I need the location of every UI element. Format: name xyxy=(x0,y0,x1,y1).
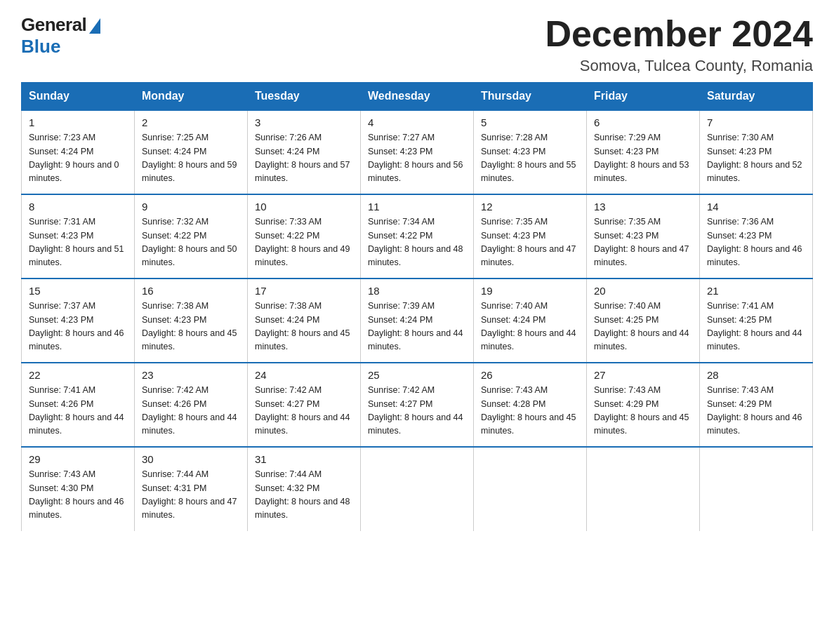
calendar-empty-cell xyxy=(361,447,474,531)
day-info: Sunrise: 7:38 AMSunset: 4:23 PMDaylight:… xyxy=(142,301,237,351)
calendar-day-cell: 30 Sunrise: 7:44 AMSunset: 4:31 PMDaylig… xyxy=(135,447,248,531)
calendar-day-cell: 13 Sunrise: 7:35 AMSunset: 4:23 PMDaylig… xyxy=(587,194,700,279)
calendar-day-cell: 10 Sunrise: 7:33 AMSunset: 4:22 PMDaylig… xyxy=(248,194,361,279)
calendar-day-cell: 4 Sunrise: 7:27 AMSunset: 4:23 PMDayligh… xyxy=(361,110,474,194)
calendar-header-thursday: Thursday xyxy=(474,83,587,111)
day-info: Sunrise: 7:26 AMSunset: 4:24 PMDaylight:… xyxy=(255,133,350,183)
day-number: 23 xyxy=(142,369,241,381)
day-info: Sunrise: 7:23 AMSunset: 4:24 PMDaylight:… xyxy=(29,133,119,183)
calendar-day-cell: 26 Sunrise: 7:43 AMSunset: 4:28 PMDaylig… xyxy=(474,363,587,447)
calendar-day-cell: 6 Sunrise: 7:29 AMSunset: 4:23 PMDayligh… xyxy=(587,110,700,194)
day-info: Sunrise: 7:38 AMSunset: 4:24 PMDaylight:… xyxy=(255,301,350,351)
calendar-header-saturday: Saturday xyxy=(700,83,813,111)
calendar-week-row: 15 Sunrise: 7:37 AMSunset: 4:23 PMDaylig… xyxy=(22,279,813,363)
calendar-day-cell: 11 Sunrise: 7:34 AMSunset: 4:22 PMDaylig… xyxy=(361,194,474,279)
calendar-day-cell: 18 Sunrise: 7:39 AMSunset: 4:24 PMDaylig… xyxy=(361,279,474,363)
day-info: Sunrise: 7:43 AMSunset: 4:30 PMDaylight:… xyxy=(29,469,124,520)
day-info: Sunrise: 7:34 AMSunset: 4:22 PMDaylight:… xyxy=(368,217,463,267)
day-number: 31 xyxy=(255,453,355,465)
day-info: Sunrise: 7:29 AMSunset: 4:23 PMDaylight:… xyxy=(594,133,689,183)
day-number: 2 xyxy=(142,116,241,128)
day-info: Sunrise: 7:44 AMSunset: 4:31 PMDaylight:… xyxy=(142,469,237,520)
day-number: 9 xyxy=(142,201,241,213)
day-info: Sunrise: 7:40 AMSunset: 4:24 PMDaylight:… xyxy=(481,301,576,351)
logo-general-text: General xyxy=(21,14,86,36)
day-number: 16 xyxy=(142,285,241,297)
calendar-header-monday: Monday xyxy=(135,83,248,111)
day-info: Sunrise: 7:31 AMSunset: 4:23 PMDaylight:… xyxy=(29,217,124,267)
day-info: Sunrise: 7:41 AMSunset: 4:26 PMDaylight:… xyxy=(29,385,124,436)
calendar-day-cell: 5 Sunrise: 7:28 AMSunset: 4:23 PMDayligh… xyxy=(474,110,587,194)
logo-blue-text: Blue xyxy=(21,36,60,58)
day-info: Sunrise: 7:43 AMSunset: 4:29 PMDaylight:… xyxy=(707,385,802,436)
day-info: Sunrise: 7:41 AMSunset: 4:25 PMDaylight:… xyxy=(707,301,802,351)
calendar-day-cell: 1 Sunrise: 7:23 AMSunset: 4:24 PMDayligh… xyxy=(22,110,135,194)
calendar-day-cell: 31 Sunrise: 7:44 AMSunset: 4:32 PMDaylig… xyxy=(248,447,361,531)
logo: General Blue xyxy=(21,14,100,58)
calendar-day-cell: 16 Sunrise: 7:38 AMSunset: 4:23 PMDaylig… xyxy=(135,279,248,363)
day-number: 15 xyxy=(29,285,128,297)
day-number: 4 xyxy=(368,116,468,128)
day-number: 14 xyxy=(707,201,807,213)
day-info: Sunrise: 7:42 AMSunset: 4:27 PMDaylight:… xyxy=(368,385,463,436)
day-number: 26 xyxy=(481,369,581,381)
calendar-day-cell: 3 Sunrise: 7:26 AMSunset: 4:24 PMDayligh… xyxy=(248,110,361,194)
day-number: 11 xyxy=(368,201,468,213)
day-info: Sunrise: 7:43 AMSunset: 4:29 PMDaylight:… xyxy=(594,385,689,436)
calendar-day-cell: 23 Sunrise: 7:42 AMSunset: 4:26 PMDaylig… xyxy=(135,363,248,447)
day-info: Sunrise: 7:32 AMSunset: 4:22 PMDaylight:… xyxy=(142,217,237,267)
day-number: 29 xyxy=(29,453,128,465)
calendar-header-tuesday: Tuesday xyxy=(248,83,361,111)
day-info: Sunrise: 7:40 AMSunset: 4:25 PMDaylight:… xyxy=(594,301,689,351)
day-number: 1 xyxy=(29,116,128,128)
calendar-empty-cell xyxy=(474,447,587,531)
day-number: 17 xyxy=(255,285,355,297)
page-header: General Blue December 2024 Somova, Tulce… xyxy=(21,14,813,75)
day-info: Sunrise: 7:30 AMSunset: 4:23 PMDaylight:… xyxy=(707,133,802,183)
calendar-day-cell: 25 Sunrise: 7:42 AMSunset: 4:27 PMDaylig… xyxy=(361,363,474,447)
day-number: 8 xyxy=(29,201,128,213)
day-info: Sunrise: 7:33 AMSunset: 4:22 PMDaylight:… xyxy=(255,217,350,267)
day-number: 6 xyxy=(594,116,694,128)
day-number: 19 xyxy=(481,285,581,297)
day-number: 20 xyxy=(594,285,694,297)
calendar-week-row: 1 Sunrise: 7:23 AMSunset: 4:24 PMDayligh… xyxy=(22,110,813,194)
calendar-day-cell: 27 Sunrise: 7:43 AMSunset: 4:29 PMDaylig… xyxy=(587,363,700,447)
calendar-day-cell: 9 Sunrise: 7:32 AMSunset: 4:22 PMDayligh… xyxy=(135,194,248,279)
calendar-day-cell: 12 Sunrise: 7:35 AMSunset: 4:23 PMDaylig… xyxy=(474,194,587,279)
calendar-week-row: 8 Sunrise: 7:31 AMSunset: 4:23 PMDayligh… xyxy=(22,194,813,279)
day-number: 28 xyxy=(707,369,807,381)
day-info: Sunrise: 7:28 AMSunset: 4:23 PMDaylight:… xyxy=(481,133,576,183)
logo-triangle-icon xyxy=(89,18,100,34)
day-info: Sunrise: 7:35 AMSunset: 4:23 PMDaylight:… xyxy=(481,217,576,267)
day-number: 10 xyxy=(255,201,355,213)
day-info: Sunrise: 7:43 AMSunset: 4:28 PMDaylight:… xyxy=(481,385,576,436)
calendar-day-cell: 7 Sunrise: 7:30 AMSunset: 4:23 PMDayligh… xyxy=(700,110,813,194)
day-info: Sunrise: 7:44 AMSunset: 4:32 PMDaylight:… xyxy=(255,469,350,520)
calendar-empty-cell xyxy=(700,447,813,531)
location-subtitle: Somova, Tulcea County, Romania xyxy=(545,57,813,75)
calendar-day-cell: 17 Sunrise: 7:38 AMSunset: 4:24 PMDaylig… xyxy=(248,279,361,363)
day-info: Sunrise: 7:35 AMSunset: 4:23 PMDaylight:… xyxy=(594,217,689,267)
calendar-day-cell: 14 Sunrise: 7:36 AMSunset: 4:23 PMDaylig… xyxy=(700,194,813,279)
calendar-day-cell: 19 Sunrise: 7:40 AMSunset: 4:24 PMDaylig… xyxy=(474,279,587,363)
day-number: 21 xyxy=(707,285,807,297)
day-info: Sunrise: 7:25 AMSunset: 4:24 PMDaylight:… xyxy=(142,133,237,183)
calendar-empty-cell xyxy=(587,447,700,531)
calendar-day-cell: 21 Sunrise: 7:41 AMSunset: 4:25 PMDaylig… xyxy=(700,279,813,363)
calendar-header-sunday: Sunday xyxy=(22,83,135,111)
calendar-day-cell: 15 Sunrise: 7:37 AMSunset: 4:23 PMDaylig… xyxy=(22,279,135,363)
day-info: Sunrise: 7:42 AMSunset: 4:26 PMDaylight:… xyxy=(142,385,237,436)
day-number: 22 xyxy=(29,369,128,381)
calendar-day-cell: 29 Sunrise: 7:43 AMSunset: 4:30 PMDaylig… xyxy=(22,447,135,531)
day-number: 3 xyxy=(255,116,355,128)
day-number: 24 xyxy=(255,369,355,381)
day-number: 18 xyxy=(368,285,468,297)
day-info: Sunrise: 7:27 AMSunset: 4:23 PMDaylight:… xyxy=(368,133,463,183)
day-info: Sunrise: 7:39 AMSunset: 4:24 PMDaylight:… xyxy=(368,301,463,351)
month-year-title: December 2024 xyxy=(545,14,813,54)
calendar-day-cell: 22 Sunrise: 7:41 AMSunset: 4:26 PMDaylig… xyxy=(22,363,135,447)
calendar-week-row: 29 Sunrise: 7:43 AMSunset: 4:30 PMDaylig… xyxy=(22,447,813,531)
calendar-day-cell: 8 Sunrise: 7:31 AMSunset: 4:23 PMDayligh… xyxy=(22,194,135,279)
calendar-header-row: SundayMondayTuesdayWednesdayThursdayFrid… xyxy=(22,83,813,111)
